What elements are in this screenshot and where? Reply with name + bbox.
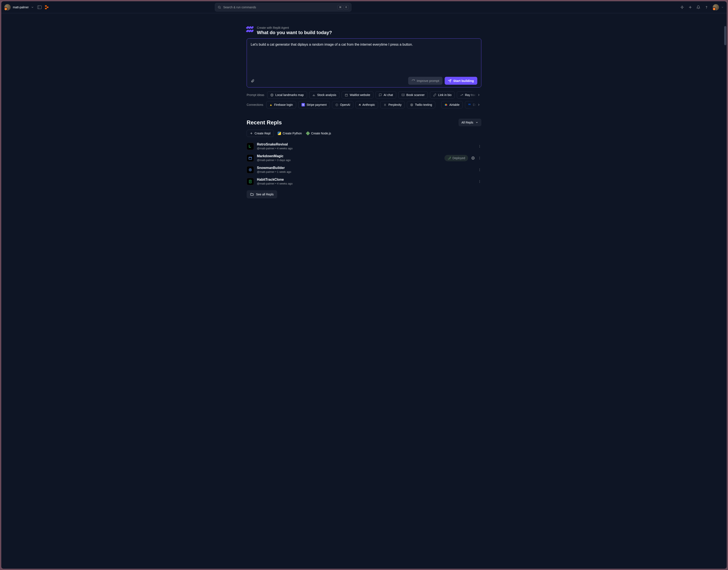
svg-point-30 (479, 158, 480, 158)
svg-point-0 (218, 6, 220, 8)
repl-meta: @matt-palmer • 4 weeks ago (257, 147, 475, 150)
prompt-idea-book[interactable]: Book scanner (398, 91, 428, 98)
repl-name: SnowmanBuilder (257, 166, 475, 170)
bars-icon (312, 93, 315, 97)
chevron-right-icon[interactable] (477, 103, 481, 106)
send-icon (448, 79, 452, 82)
question-icon (705, 5, 708, 9)
chevron-down-icon (475, 121, 478, 124)
chevron-down-icon (721, 6, 724, 9)
connections-row: Connections ▲Firebase login SStripe paym… (247, 101, 481, 108)
repl-menu-button[interactable] (478, 168, 481, 172)
help-button[interactable] (705, 5, 708, 9)
prompt-idea-stock[interactable]: Stock analysis (309, 91, 339, 98)
connection-perplexity[interactable]: Perplexity (380, 101, 405, 108)
twilio-icon (410, 103, 413, 106)
search-placeholder: Search & run commands (223, 6, 256, 9)
connection-anthropic[interactable]: A\Anthropic (355, 101, 378, 108)
prompt-input[interactable]: Let's build a cat generator that diplays… (251, 42, 477, 77)
create-repl-button[interactable]: Create Repl (247, 130, 274, 137)
svg-point-41 (479, 180, 480, 181)
header: matt-palmer Search & run commands ⌘ K (1, 1, 727, 13)
svg-point-17 (412, 104, 412, 104)
dots-icon (478, 180, 481, 183)
repl-name: MarkdownMagic (257, 154, 442, 158)
repl-list: RetroSnakeRevival @matt-palmer • 4 weeks… (247, 141, 481, 187)
panel-icon (37, 6, 42, 9)
chevron-right-icon[interactable] (477, 93, 481, 97)
repl-meta: @matt-palmer • 1 week ago (257, 170, 475, 174)
folder-icon (250, 193, 254, 196)
connection-stripe[interactable]: SStripe payment (298, 101, 330, 108)
plus-icon (688, 5, 692, 9)
repl-menu-button[interactable] (478, 157, 481, 160)
user-avatar-menu[interactable] (713, 4, 724, 10)
improve-prompt-button[interactable]: Improve prompt (408, 77, 443, 85)
nodejs-icon (306, 131, 310, 135)
svg-point-31 (479, 159, 480, 159)
user-menu[interactable]: matt-palmer (4, 4, 34, 10)
connection-firebase[interactable]: ▲Firebase login (266, 101, 296, 108)
notifications-button[interactable] (696, 5, 700, 9)
connection-airtable[interactable]: Airtable (441, 101, 463, 108)
chevron-down-icon (31, 6, 34, 9)
dropbox-icon (468, 103, 471, 106)
repl-meta: @matt-palmer • 3 days ago (257, 159, 442, 162)
svg-rect-9 (314, 94, 314, 96)
repl-icon (247, 166, 254, 174)
repl-icon (247, 143, 254, 150)
prompt-idea-link[interactable]: Link in bio (430, 91, 455, 98)
bell-icon (696, 5, 700, 9)
repl-item[interactable]: HabitTrackClone @matt-palmer • 4 weeks a… (247, 177, 481, 187)
svg-point-13 (336, 104, 337, 105)
replit-logo[interactable] (45, 5, 49, 9)
svg-rect-8 (313, 95, 313, 96)
new-button[interactable] (688, 5, 692, 9)
svg-point-16 (411, 104, 412, 104)
prompt-idea-waitlist[interactable]: Waitlist website (341, 91, 374, 98)
username: matt-palmer (13, 6, 29, 9)
repl-menu-button[interactable] (478, 145, 481, 148)
main-content: Create with Replit Agent What do you wan… (1, 13, 727, 569)
create-node-button[interactable]: Create Node.js (305, 130, 332, 137)
connection-openai[interactable]: OpenAI (332, 101, 353, 108)
see-all-repls-button[interactable]: See all Repls (247, 190, 277, 198)
repl-item[interactable]: MarkdownMagic @matt-palmer • 3 days ago … (247, 153, 481, 163)
repl-icon (247, 178, 254, 185)
link-icon (433, 93, 436, 97)
svg-point-43 (479, 182, 480, 183)
start-building-button[interactable]: Start building (445, 77, 477, 85)
svg-point-24 (479, 147, 480, 148)
repl-menu-button[interactable] (478, 180, 481, 183)
create-python-button[interactable]: Create Python (277, 130, 303, 137)
svg-rect-11 (345, 94, 347, 96)
sparkle-button[interactable] (680, 5, 684, 9)
repl-item[interactable]: RetroSnakeRevival @matt-palmer • 4 weeks… (247, 141, 481, 151)
repl-icon (247, 155, 254, 162)
prompt-idea-ai-chat[interactable]: AI chat (376, 91, 396, 98)
dots-icon (478, 168, 481, 172)
prompt-idea-local-landmarks[interactable]: Local landmarks map (267, 91, 307, 98)
recent-title: Recent Repls (247, 119, 282, 126)
repl-name: RetroSnakeRevival (257, 142, 475, 147)
agent-logo-icon (247, 26, 253, 33)
prompt-box: Let's build a cat generator that diplays… (247, 38, 481, 87)
globe-icon[interactable] (471, 156, 475, 160)
repl-item[interactable]: SnowmanBuilder @matt-palmer • 1 week ago (247, 165, 481, 175)
agent-header: Create with Replit Agent What do you wan… (247, 26, 481, 35)
paperclip-icon (251, 79, 255, 83)
chat-icon (379, 93, 382, 97)
svg-line-1 (220, 8, 221, 9)
avatar (713, 4, 719, 10)
globe-icon (270, 93, 273, 97)
svg-point-19 (412, 105, 412, 105)
svg-point-29 (479, 157, 480, 157)
book-icon (402, 93, 405, 97)
scrollbar[interactable] (724, 26, 726, 45)
attach-button[interactable] (251, 79, 255, 83)
connection-twilio[interactable]: Twilio texting (407, 101, 435, 108)
search-input[interactable]: Search & run commands ⌘ K (215, 3, 351, 12)
panel-toggle-button[interactable] (37, 6, 42, 9)
svg-point-34 (479, 169, 480, 169)
repls-filter[interactable]: All Repls (459, 118, 481, 126)
